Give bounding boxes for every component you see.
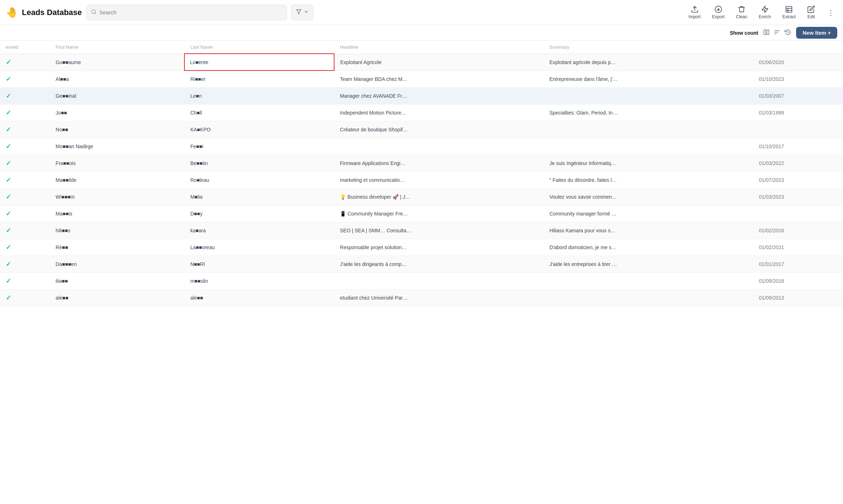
svg-marker-6: [762, 6, 768, 13]
svg-line-1: [95, 13, 96, 14]
processed-cell: ✓: [0, 239, 50, 256]
headline-cell: SEO | SEA | SMM… Consulta…: [334, 222, 544, 239]
check-icon: ✓: [6, 92, 11, 100]
headline-cell: marketing et communicatio…: [334, 171, 544, 188]
table-row[interactable]: ✓Da■■■enN■■RIJ'aide les dirigeants à com…: [0, 256, 843, 272]
search-bar: [86, 5, 287, 20]
firstname-cell: Ma■■is: [50, 205, 184, 222]
table-row[interactable]: ✓Al■■aRi■■erTeam Manager BDA chez M…Entr…: [0, 71, 843, 87]
filter-button[interactable]: [291, 5, 313, 20]
lastname-cell[interactable]: Le■n: [184, 87, 334, 104]
filter-icon: [296, 9, 302, 16]
lastname-cell[interactable]: Ch■ll: [184, 104, 334, 121]
headline-cell: J'aide les dirigeants à comp…: [334, 256, 544, 272]
headline-cell: Exploitant Agricole: [334, 54, 544, 71]
firstname-cell: Ge■■inal: [50, 87, 184, 104]
import-button[interactable]: Import: [687, 4, 703, 21]
table-row[interactable]: ✓Gu■■aumeLo■enteExploitant AgricoleExplo…: [0, 54, 843, 71]
lastname-cell[interactable]: M■lia: [184, 188, 334, 205]
svg-rect-7: [786, 6, 792, 13]
firstname-cell: Ré■■: [50, 239, 184, 256]
firstname-cell: No■■: [50, 121, 184, 138]
table-row[interactable]: ✓ale■■ale■■etudiant chez Université Par……: [0, 289, 843, 306]
summary-cell: J'aide les entreprises à tirer …: [544, 256, 753, 272]
table-row[interactable]: ✓Ma■■ildeRo■leaumarketing et communicati…: [0, 171, 843, 188]
summary-cell: Exploitant agricole depuis p…: [544, 54, 753, 71]
columns-view-button[interactable]: [761, 28, 772, 38]
firstname-cell: Da■■■en: [50, 256, 184, 272]
lastname-cell[interactable]: Lo■ente: [184, 54, 334, 71]
check-icon: ✓: [6, 143, 11, 150]
svg-rect-11: [764, 30, 766, 35]
summary-cell: [544, 289, 753, 306]
history-button[interactable]: [782, 28, 793, 38]
search-input[interactable]: [100, 9, 282, 15]
check-icon: ✓: [6, 277, 11, 285]
date-cell: 01/02/2021: [753, 239, 843, 256]
table-row[interactable]: ✓Jo■■Ch■llIndependent Motion Picture…Spe…: [0, 104, 843, 121]
table-row[interactable]: ✓Ma■■isD■■y📱 Community Manager Fre…Commu…: [0, 205, 843, 222]
processed-cell: ✓: [0, 205, 50, 222]
headline-cell: 📱 Community Manager Fre…: [334, 205, 544, 222]
lastname-cell[interactable]: Ro■leau: [184, 171, 334, 188]
headline-cell: Team Manager BDA chez M…: [334, 71, 544, 87]
headline-cell: Manager chez AVANADE Fr…: [334, 87, 544, 104]
summary-cell: " Faites du désordre, faites l…: [544, 171, 753, 188]
lastname-cell[interactable]: m■■slin: [184, 272, 334, 289]
edit-button[interactable]: Edit: [805, 4, 817, 21]
sort-button[interactable]: [772, 28, 782, 38]
headline-cell: Independent Motion Picture…: [334, 104, 544, 121]
summary-cell: [544, 121, 753, 138]
extract-button[interactable]: Extract: [780, 4, 798, 21]
more-options-button[interactable]: ⋮: [824, 7, 837, 18]
firstname-cell: Mo■■an Nadège: [50, 138, 184, 155]
processed-cell: ✓: [0, 188, 50, 205]
col-header-firstname: First Name: [50, 41, 184, 54]
table-row[interactable]: ✓Ge■■inalLe■nManager chez AVANADE Fr…01/…: [0, 87, 843, 104]
processed-cell: ✓: [0, 171, 50, 188]
summary-cell: D'abord domoticien, je me s…: [544, 239, 753, 256]
firstname-cell: ilia■■: [50, 272, 184, 289]
lastname-cell[interactable]: Ri■■er: [184, 71, 334, 87]
check-icon: ✓: [6, 176, 11, 184]
lastname-cell[interactable]: D■■y: [184, 205, 334, 222]
export-button[interactable]: Export: [710, 4, 727, 21]
enrich-button[interactable]: Enrich: [757, 4, 773, 21]
logo-area: 🤚 Leads Database: [6, 6, 82, 18]
new-item-button[interactable]: New Item +: [796, 27, 837, 39]
date-cell: 01/03/2007: [753, 87, 843, 104]
table-row[interactable]: ✓Fra■■oisBe■■tinFirmware Applications En…: [0, 155, 843, 171]
firstname-cell: hili■■s: [50, 222, 184, 239]
lastname-cell[interactable]: ka■ara: [184, 222, 334, 239]
table-row[interactable]: ✓Mo■■an NadègeFe■■i01/10/2017: [0, 138, 843, 155]
headline-cell: 💡 Business developer 🚀 | J…: [334, 188, 544, 205]
lastname-cell[interactable]: Fe■■i: [184, 138, 334, 155]
check-icon: ✓: [6, 109, 11, 116]
firstname-cell: ale■■: [50, 289, 184, 306]
lastname-cell[interactable]: La■■oreau: [184, 239, 334, 256]
table-container: essed First Name Last Name Headline Summ…: [0, 41, 843, 504]
col-header-summary: Summary: [544, 41, 753, 54]
lastname-cell[interactable]: ale■■: [184, 289, 334, 306]
clean-button[interactable]: Clean: [734, 4, 749, 21]
summary-cell: Community manager formé …: [544, 205, 753, 222]
lastname-cell[interactable]: Be■■tin: [184, 155, 334, 171]
date-cell: 01/01/2017: [753, 256, 843, 272]
summary-cell: Specialties: Glam, Period, In…: [544, 104, 753, 121]
table-row[interactable]: ✓No■■KA■KPOCréateur de boutique Shopif…: [0, 121, 843, 138]
processed-cell: ✓: [0, 87, 50, 104]
table-controls: Show count New Item +: [0, 25, 843, 41]
col-header-processed: essed: [0, 41, 50, 54]
table-row[interactable]: ✓Wi■■■mM■lia💡 Business developer 🚀 | J…V…: [0, 188, 843, 205]
table-row[interactable]: ✓hili■■ska■araSEO | SEA | SMM… Consulta……: [0, 222, 843, 239]
date-cell: 01/02/2016: [753, 222, 843, 239]
check-icon: ✓: [6, 244, 11, 251]
summary-cell: Hiliass Kamara pour vous s…: [544, 222, 753, 239]
table-row[interactable]: ✓ilia■■m■■slin01/09/2018: [0, 272, 843, 289]
table-row[interactable]: ✓Ré■■La■■oreauResponsable projet solutio…: [0, 239, 843, 256]
svg-rect-12: [767, 30, 769, 35]
lastname-cell[interactable]: KA■KPO: [184, 121, 334, 138]
firstname-cell: Ma■■ilde: [50, 171, 184, 188]
header: 🤚 Leads Database: [0, 0, 843, 25]
lastname-cell[interactable]: N■■RI: [184, 256, 334, 272]
